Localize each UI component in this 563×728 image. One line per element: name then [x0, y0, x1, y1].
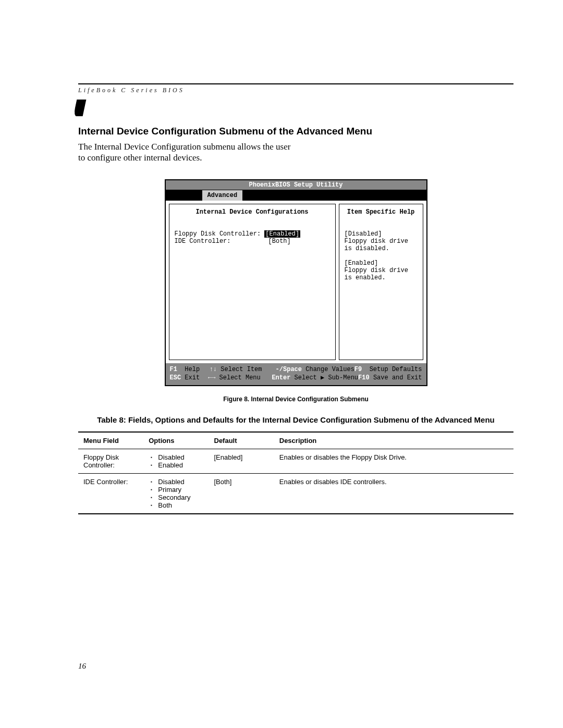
bios-screen: PhoenixBIOS Setup Utility Advanced Inter…	[165, 179, 427, 386]
field-label: IDE Controller:	[175, 238, 231, 245]
options-table: Menu Field Options Default Description F…	[78, 431, 513, 514]
option-item: Enabled	[158, 461, 203, 469]
option-item: Both	[158, 501, 203, 509]
table-row: IDE Controller: Disabled Primary Seconda…	[78, 473, 513, 514]
bios-field-floppy[interactable]: Floppy Disk Controller: [Enabled]	[175, 230, 330, 238]
table-row: Floppy Disk Controller: Disabled Enabled…	[78, 449, 513, 473]
bios-title: PhoenixBIOS Setup Utility	[166, 180, 426, 190]
cell-options: Disabled Primary Secondary Both	[143, 473, 209, 514]
option-item: Primary	[158, 486, 203, 493]
th-options: Options	[143, 432, 209, 449]
key-f10: F10	[358, 374, 370, 381]
key-space-label: Change Values	[305, 366, 354, 373]
key-f9-label: Setup Defaults	[370, 366, 422, 373]
help-disabled-text: Floppy disk drive is disabled.	[345, 238, 418, 252]
figure-caption: Figure 8. Internal Device Configuration …	[78, 396, 513, 403]
th-default: Default	[209, 432, 274, 449]
bios-config-panel: Internal Device Configurations Floppy Di…	[169, 204, 336, 360]
table-title: Table 8: Fields, Options and Defaults fo…	[78, 415, 513, 424]
cell-field: IDE Controller:	[78, 473, 143, 514]
option-item: Disabled	[158, 478, 203, 486]
key-space: -/Space	[276, 366, 302, 373]
cell-field: Floppy Disk Controller:	[78, 449, 143, 473]
bios-footer: F1 Help ↑↓ Select Item -/Space Change Va…	[166, 363, 426, 385]
help-disabled-block: [Disabled] Floppy disk drive is disabled…	[345, 230, 418, 252]
key-esc: ESC	[170, 374, 181, 381]
bios-menubar: Advanced	[166, 190, 426, 201]
help-enabled-text: Floppy disk drive is enabled.	[345, 267, 418, 281]
key-f1-label: Help	[185, 366, 200, 373]
help-enabled-label: [Enabled]	[345, 260, 418, 267]
field-label: Floppy Disk Controller:	[175, 230, 261, 238]
cell-default: [Enabled]	[209, 449, 274, 473]
section-heading: Internal Device Configuration Submenu of…	[78, 126, 513, 137]
section-tab-mark	[74, 100, 87, 116]
th-description: Description	[274, 432, 513, 449]
cell-description: Enables or disables the Floppy Disk Driv…	[274, 449, 513, 473]
bios-config-title: Internal Device Configurations	[175, 208, 330, 216]
field-value[interactable]: [Both]	[268, 238, 291, 245]
help-disabled-label: [Disabled]	[345, 230, 418, 238]
key-enter-label: Select ▶ Sub-Menu	[295, 374, 358, 381]
field-value-selected[interactable]: [Enabled]	[264, 230, 300, 238]
intro-paragraph: The Internal Device Configuration submen…	[78, 141, 297, 164]
key-f10-label: Save and Exit	[373, 374, 422, 381]
cell-description: Enables or disables IDE controllers.	[274, 473, 513, 514]
bios-field-ide[interactable]: IDE Controller: [Both]	[175, 238, 330, 245]
th-field: Menu Field	[78, 432, 143, 449]
page-number: 16	[78, 662, 86, 671]
key-f1: F1	[170, 366, 177, 373]
cell-options: Disabled Enabled	[143, 449, 209, 473]
key-updown-label: Select Item	[221, 366, 262, 373]
key-enter: Enter	[272, 374, 290, 381]
key-f9: F9	[354, 366, 362, 373]
bios-help-panel: Item Specific Help [Disabled] Floppy dis…	[339, 204, 423, 360]
bios-help-title: Item Specific Help	[345, 208, 418, 216]
key-lr: ←→	[208, 374, 215, 381]
option-item: Disabled	[158, 453, 203, 461]
key-lr-label: Select Menu	[219, 374, 261, 381]
key-esc-label: Exit	[185, 374, 200, 381]
help-enabled-block: [Enabled] Floppy disk drive is enabled.	[345, 260, 418, 281]
cell-default: [Both]	[209, 473, 274, 514]
page: LifeBook C Series BIOS Internal Device C…	[0, 0, 563, 728]
key-updown: ↑↓	[210, 366, 217, 373]
table-header-row: Menu Field Options Default Description	[78, 432, 513, 449]
option-item: Secondary	[158, 493, 203, 501]
running-head: LifeBook C Series BIOS	[78, 83, 513, 94]
bios-tab-advanced[interactable]: Advanced	[202, 190, 243, 201]
